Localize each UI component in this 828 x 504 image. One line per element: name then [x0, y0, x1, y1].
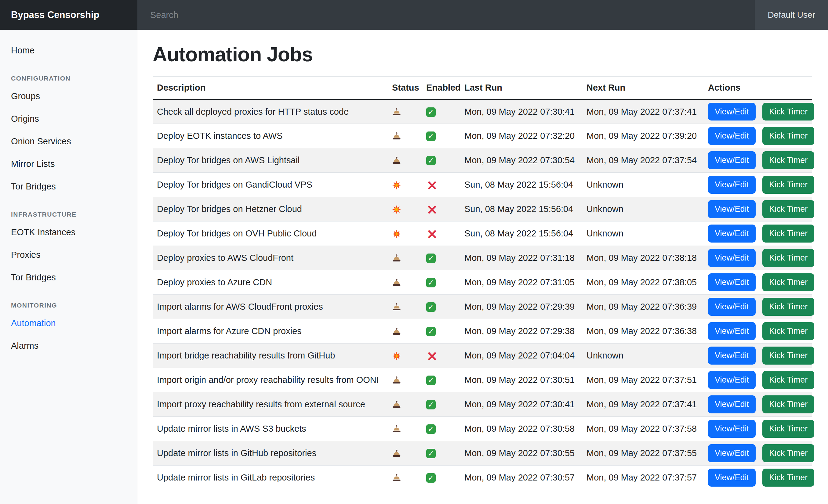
- enabled-check-icon: ✓: [426, 132, 436, 141]
- sidebar-item-tor-bridges-config[interactable]: Tor Bridges: [0, 175, 137, 198]
- view-edit-button[interactable]: View/Edit: [708, 298, 756, 315]
- job-next-run: Unknown: [582, 222, 704, 246]
- view-edit-button[interactable]: View/Edit: [708, 469, 756, 486]
- job-next-run: Mon, 09 May 2022 07:38:05: [582, 270, 704, 295]
- disabled-cross-icon: ×: [426, 351, 438, 361]
- job-actions-cell: View/Edit Kick Timer: [704, 148, 812, 173]
- table-row: Import proxy reachability results from e…: [153, 392, 812, 417]
- table-row: Deploy EOTK instances to AWS ✓ × M: [153, 124, 812, 148]
- kick-timer-button[interactable]: Kick Timer: [762, 469, 814, 486]
- app-root: Bypass Censorship Default User HomeCONFI…: [0, 0, 828, 504]
- job-enabled-cell: ✓ ×: [422, 173, 460, 197]
- kick-timer-button[interactable]: Kick Timer: [762, 347, 814, 364]
- explosion-icon: [392, 204, 401, 214]
- sidebar-item-tor-bridges-infra[interactable]: Tor Bridges: [0, 266, 137, 289]
- kick-timer-button[interactable]: Kick Timer: [762, 225, 814, 242]
- sidebar-header-infrastructure: INFRASTRUCTURE: [0, 208, 137, 221]
- enabled-check-icon: ✓: [426, 400, 436, 409]
- job-enabled-cell: ✓ ×: [422, 368, 460, 392]
- sidebar-item-home[interactable]: Home: [0, 39, 137, 62]
- job-next-run: Unknown: [582, 173, 704, 197]
- view-edit-button[interactable]: View/Edit: [708, 103, 756, 121]
- enabled-check-icon: ✓: [426, 302, 436, 312]
- view-edit-button[interactable]: View/Edit: [708, 200, 756, 218]
- view-edit-button[interactable]: View/Edit: [708, 225, 756, 242]
- kick-timer-button[interactable]: Kick Timer: [762, 298, 814, 315]
- view-edit-button[interactable]: View/Edit: [708, 151, 756, 169]
- table-row: Import alarms for Azure CDN proxies ✓ ×: [153, 319, 812, 343]
- enabled-check-icon: ✓: [426, 156, 436, 165]
- job-description: Deploy Tor bridges on AWS Lightsail: [153, 148, 388, 173]
- job-actions-cell: View/Edit Kick Timer: [704, 295, 812, 319]
- bell-icon: [392, 472, 401, 482]
- view-edit-button[interactable]: View/Edit: [708, 420, 756, 438]
- job-status-cell: [388, 197, 422, 222]
- job-description: Deploy EOTK instances to AWS: [153, 124, 388, 148]
- job-last-run: Sun, 08 May 2022 15:56:04: [460, 222, 582, 246]
- kick-timer-button[interactable]: Kick Timer: [762, 444, 814, 462]
- kick-timer-button[interactable]: Kick Timer: [762, 420, 814, 438]
- kick-timer-button[interactable]: Kick Timer: [762, 200, 814, 218]
- bell-icon: [392, 375, 401, 385]
- table-row: Update mirror lists in GitHub repositori…: [153, 441, 812, 466]
- job-description: Import alarms for Azure CDN proxies: [153, 319, 388, 343]
- sidebar-item-mirror-lists[interactable]: Mirror Lists: [0, 152, 137, 175]
- job-last-run: Mon, 09 May 2022 07:31:05: [460, 270, 582, 295]
- kick-timer-button[interactable]: Kick Timer: [762, 396, 814, 413]
- kick-timer-button[interactable]: Kick Timer: [762, 151, 814, 169]
- user-menu[interactable]: Default User: [755, 0, 828, 30]
- bell-icon: [392, 106, 401, 116]
- kick-timer-button[interactable]: Kick Timer: [762, 371, 814, 389]
- job-next-run: Unknown: [582, 197, 704, 222]
- table-row: Import origin and/or proxy reachability …: [153, 368, 812, 392]
- sidebar-item-groups[interactable]: Groups: [0, 85, 137, 107]
- kick-timer-button[interactable]: Kick Timer: [762, 176, 814, 193]
- view-edit-button[interactable]: View/Edit: [708, 444, 756, 462]
- header-row: DescriptionStatusEnabledLast RunNext Run…: [153, 77, 812, 99]
- sidebar-item-alarms[interactable]: Alarms: [0, 334, 137, 357]
- column-header-next-run: Next Run: [582, 77, 704, 99]
- job-last-run: Mon, 09 May 2022 07:30:51: [460, 368, 582, 392]
- search-input[interactable]: [150, 10, 426, 20]
- job-next-run: Mon, 09 May 2022 07:36:39: [582, 295, 704, 319]
- sidebar-item-automation[interactable]: Automation: [0, 312, 137, 334]
- job-description: Deploy proxies to AWS CloudFront: [153, 246, 388, 270]
- view-edit-button[interactable]: View/Edit: [708, 127, 756, 145]
- brand[interactable]: Bypass Censorship: [0, 0, 137, 30]
- enabled-check-icon: ✓: [426, 254, 436, 263]
- sidebar-item-origins[interactable]: Origins: [0, 107, 137, 130]
- bell-icon: [392, 253, 401, 263]
- job-enabled-cell: ✓ ×: [422, 417, 460, 441]
- sidebar-item-proxies[interactable]: Proxies: [0, 243, 137, 266]
- disabled-cross-icon: ×: [426, 205, 438, 214]
- job-status-cell: [388, 124, 422, 148]
- column-header-enabled: Enabled: [422, 77, 460, 99]
- kick-timer-button[interactable]: Kick Timer: [762, 249, 814, 267]
- job-actions-cell: View/Edit Kick Timer: [704, 343, 812, 368]
- job-next-run: Mon, 09 May 2022 07:37:55: [582, 441, 704, 466]
- job-enabled-cell: ✓ ×: [422, 99, 460, 124]
- page-title: Automation Jobs: [153, 43, 813, 66]
- job-last-run: Mon, 09 May 2022 07:30:58: [460, 417, 582, 441]
- kick-timer-button[interactable]: Kick Timer: [762, 103, 814, 121]
- sidebar-item-eotk-instances[interactable]: EOTK Instances: [0, 221, 137, 243]
- view-edit-button[interactable]: View/Edit: [708, 371, 756, 389]
- kick-timer-button[interactable]: Kick Timer: [762, 273, 814, 291]
- job-description: Import proxy reachability results from e…: [153, 392, 388, 417]
- view-edit-button[interactable]: View/Edit: [708, 249, 756, 267]
- view-edit-button[interactable]: View/Edit: [708, 347, 756, 364]
- kick-timer-button[interactable]: Kick Timer: [762, 127, 814, 145]
- job-enabled-cell: ✓ ×: [422, 222, 460, 246]
- kick-timer-button[interactable]: Kick Timer: [762, 322, 814, 340]
- view-edit-button[interactable]: View/Edit: [708, 396, 756, 413]
- job-last-run: Mon, 09 May 2022 07:30:55: [460, 441, 582, 466]
- job-next-run: Mon, 09 May 2022 07:39:20: [582, 124, 704, 148]
- view-edit-button[interactable]: View/Edit: [708, 322, 756, 340]
- view-edit-button[interactable]: View/Edit: [708, 273, 756, 291]
- table-row: Import alarms for AWS CloudFront proxies…: [153, 295, 812, 319]
- view-edit-button[interactable]: View/Edit: [708, 176, 756, 193]
- job-description: Update mirror lists in AWS S3 buckets: [153, 417, 388, 441]
- job-status-cell: [388, 392, 422, 417]
- sidebar-item-onion-services[interactable]: Onion Services: [0, 130, 137, 152]
- job-enabled-cell: ✓ ×: [422, 270, 460, 295]
